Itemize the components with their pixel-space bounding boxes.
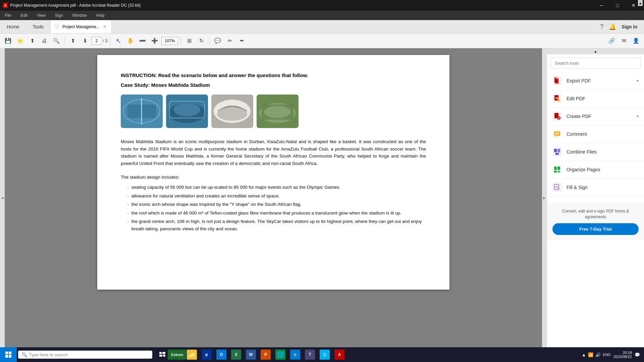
panel-scroll-up[interactable]: ▲	[547, 48, 644, 54]
tab-document[interactable]: 📄 Project Manageme... ×	[50, 20, 112, 33]
pdf-subheading: Case Study: Moses Mabhida Stadium	[121, 82, 426, 88]
trial-button[interactable]: Free 7-Day Trial	[552, 223, 639, 235]
zoom-in-button[interactable]: ➕	[149, 36, 160, 46]
taskbar-search-icon: 🔍	[21, 352, 27, 357]
hand-tool-button[interactable]: ✋	[125, 36, 136, 46]
comment-icon	[552, 129, 562, 139]
teams-icon[interactable]: T	[303, 347, 317, 362]
svg-rect-37	[554, 167, 557, 170]
highlight-button[interactable]: ✏	[224, 36, 235, 46]
bookmark-button[interactable]: ⭐	[15, 36, 25, 46]
tab-home[interactable]: Home	[0, 20, 26, 33]
volume-icon[interactable]: 🔊	[595, 352, 601, 357]
pdf-bullet-1: · seating capacity of 56 000 but can be …	[121, 184, 426, 191]
page-fit-button[interactable]: ⊞	[184, 36, 195, 46]
tool-edit-pdf[interactable]: Edit PDF	[547, 90, 644, 108]
separator-2	[110, 37, 110, 45]
svg-rect-39	[554, 171, 557, 173]
menu-window[interactable]: Window	[70, 12, 89, 19]
tool-create-pdf[interactable]: Create PDF ▾	[547, 108, 644, 125]
prev-page-button[interactable]: ⬆	[67, 36, 78, 46]
add-user-button[interactable]: 👤	[631, 36, 641, 46]
search-tools-input[interactable]	[550, 58, 641, 69]
taskbar-search-box[interactable]: 🔍 Type here to search	[18, 351, 152, 359]
sys-tray-icons: ▲ 📶 🔊 ENG	[582, 352, 611, 357]
tab-right-controls: ? 🔔 Sign In	[593, 20, 644, 33]
pdf-content: INSTRUCTION: Read the scenario below and…	[97, 55, 449, 290]
combine-files-label: Combine Files	[567, 149, 639, 155]
maximize-button[interactable]: □	[610, 0, 625, 11]
zoom-out-button[interactable]: ➖	[137, 36, 148, 46]
sign-button[interactable]: ✒	[236, 36, 247, 46]
menu-file[interactable]: File	[3, 12, 13, 19]
tool-organize-pages[interactable]: Organize Pages	[547, 161, 644, 179]
skype-icon[interactable]: S	[318, 347, 331, 362]
menu-sign[interactable]: Sign	[53, 12, 65, 19]
rotate-button[interactable]: ↻	[196, 36, 207, 46]
svg-rect-50	[163, 355, 165, 357]
show-hidden-icons[interactable]: ▲	[582, 352, 586, 357]
menu-view[interactable]: View	[35, 12, 48, 19]
edge-icon[interactable]: e	[288, 347, 302, 362]
clock[interactable]: 20:18 2023/08/22	[613, 351, 632, 359]
combine-files-icon	[552, 147, 562, 157]
help-icon[interactable]: ?	[600, 23, 603, 30]
ie-icon[interactable]: e	[200, 347, 213, 362]
pdf-icon: 📄	[55, 24, 60, 29]
page-number-input[interactable]	[92, 37, 102, 45]
share-link-button[interactable]: 🔗	[606, 36, 617, 46]
outlook-icon[interactable]: O	[215, 347, 228, 362]
print-button[interactable]: 🖨	[39, 36, 50, 46]
browser-icon[interactable]: 🌐	[274, 347, 287, 362]
eskom-app-icon[interactable]: Eskom	[170, 347, 184, 362]
notification-icon[interactable]: 🔔	[609, 23, 616, 31]
edit-pdf-icon	[552, 94, 562, 103]
language-indicator[interactable]: ENG	[603, 353, 611, 357]
fill-sign-icon	[552, 183, 562, 192]
upload-button[interactable]: ⬆	[27, 36, 38, 46]
minimize-button[interactable]: ─	[594, 0, 609, 11]
tab-tools[interactable]: Tools	[26, 20, 50, 33]
excel-icon[interactable]: X	[229, 347, 243, 362]
separator-4	[209, 37, 210, 45]
powerpoint-icon[interactable]: P	[259, 347, 272, 362]
pdf-viewport[interactable]: ▲ INSTRUCTION: Read the scenario below a…	[5, 48, 542, 347]
left-panel-toggle[interactable]: ◀	[0, 48, 5, 347]
start-button[interactable]	[0, 347, 17, 362]
right-panel: ▲ PDF Export PDF ▾	[547, 48, 644, 347]
zoom-control	[161, 37, 178, 45]
find-button[interactable]: 🔍	[51, 36, 62, 46]
tool-comment[interactable]: Comment	[547, 125, 644, 143]
menu-edit[interactable]: Edit	[18, 12, 30, 19]
zoom-input[interactable]	[161, 37, 178, 45]
page-nav: / 3	[92, 37, 107, 45]
tool-export-pdf[interactable]: PDF Export PDF ▾	[547, 72, 644, 90]
right-panel-toggle[interactable]: ▶	[542, 48, 547, 347]
task-view-button[interactable]	[156, 347, 169, 362]
tool-combine-files[interactable]: Combine Files	[547, 143, 644, 161]
comment-button[interactable]: 💬	[212, 36, 223, 46]
save-button[interactable]: 💾	[3, 36, 13, 46]
edit-pdf-label: Edit PDF	[567, 96, 639, 101]
next-page-button[interactable]: ⬇	[79, 36, 90, 46]
sign-in-button[interactable]: Sign In	[622, 24, 637, 29]
pdf-images	[121, 95, 426, 128]
email-button[interactable]: ✉	[619, 36, 629, 46]
tab-close-button[interactable]: ×	[102, 24, 107, 30]
tool-fill-sign[interactable]: Fill & Sign	[547, 179, 644, 196]
export-pdf-icon: PDF	[552, 76, 562, 85]
window-controls: ─ □ ✕	[594, 0, 641, 11]
file-explorer-icon[interactable]: 📁	[185, 347, 199, 362]
notifications-button[interactable]: 💬	[635, 352, 640, 357]
svg-rect-38	[557, 167, 560, 170]
separator-3	[181, 37, 181, 45]
promo-section: Convert, edit and e-sign PDF forms & agr…	[547, 203, 644, 240]
acrobat-taskbar-icon[interactable]: A	[333, 347, 346, 362]
menu-help[interactable]: Help	[94, 12, 107, 19]
select-tool-button[interactable]: ↖	[113, 36, 124, 46]
word-icon[interactable]: W	[244, 347, 258, 362]
network-icon[interactable]: 📶	[588, 352, 593, 357]
pdf-bullet-5: · the grand centre arch, 106 m high, is …	[121, 218, 426, 232]
separator-1	[64, 37, 65, 45]
svg-rect-43	[5, 352, 8, 354]
